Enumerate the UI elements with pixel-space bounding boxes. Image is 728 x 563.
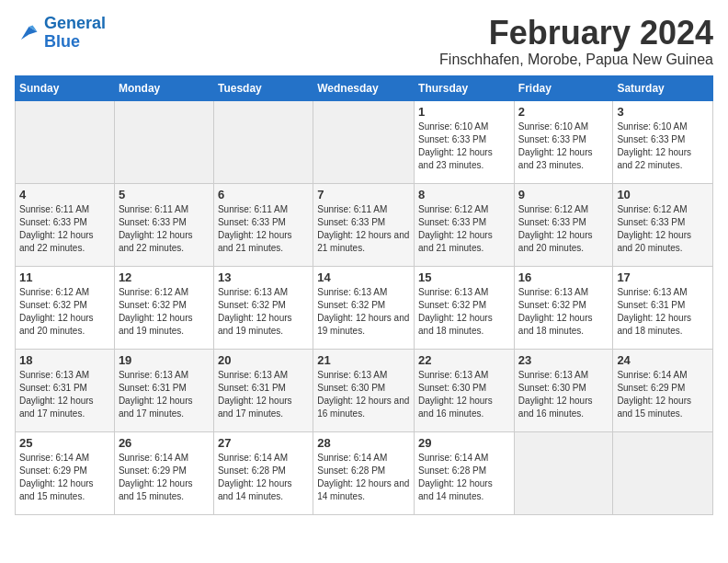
- table-row: 23Sunrise: 6:13 AMSunset: 6:30 PMDayligh…: [514, 349, 613, 431]
- location-title: Finschhafen, Morobe, Papua New Guinea: [439, 52, 713, 68]
- day-number: 5: [119, 188, 210, 201]
- table-row: 9Sunrise: 6:12 AMSunset: 6:33 PMDaylight…: [514, 183, 613, 266]
- day-info: Sunrise: 6:11 AMSunset: 6:33 PMDaylight:…: [119, 203, 210, 255]
- day-number: 18: [19, 353, 110, 367]
- table-row: 2Sunrise: 6:10 AMSunset: 6:33 PMDaylight…: [514, 100, 613, 183]
- day-number: 15: [418, 270, 510, 284]
- day-info: Sunrise: 6:11 AMSunset: 6:33 PMDaylight:…: [19, 203, 110, 255]
- table-row: 20Sunrise: 6:13 AMSunset: 6:31 PMDayligh…: [213, 349, 313, 431]
- day-info: Sunrise: 6:14 AMSunset: 6:28 PMDaylight:…: [418, 452, 510, 503]
- table-row: 7Sunrise: 6:11 AMSunset: 6:33 PMDaylight…: [313, 183, 415, 266]
- day-info: Sunrise: 6:10 AMSunset: 6:33 PMDaylight:…: [518, 121, 609, 172]
- day-number: 22: [418, 353, 510, 367]
- logo-bird-icon: [15, 20, 40, 46]
- table-row: 1Sunrise: 6:10 AMSunset: 6:33 PMDaylight…: [415, 100, 515, 183]
- day-number: 12: [119, 270, 210, 284]
- day-info: Sunrise: 6:14 AMSunset: 6:28 PMDaylight:…: [218, 452, 309, 503]
- day-number: 2: [518, 105, 609, 119]
- calendar-week-5: 25Sunrise: 6:14 AMSunset: 6:29 PMDayligh…: [16, 431, 713, 514]
- day-number: 1: [418, 105, 510, 119]
- calendar-header: Sunday Monday Tuesday Wednesday Thursday…: [16, 75, 713, 100]
- table-row: [114, 100, 213, 183]
- col-monday: Monday: [114, 75, 213, 100]
- day-info: Sunrise: 6:12 AMSunset: 6:33 PMDaylight:…: [418, 203, 510, 255]
- day-info: Sunrise: 6:14 AMSunset: 6:29 PMDaylight:…: [617, 369, 709, 420]
- table-row: 25Sunrise: 6:14 AMSunset: 6:29 PMDayligh…: [16, 431, 115, 514]
- day-info: Sunrise: 6:14 AMSunset: 6:29 PMDaylight:…: [19, 452, 110, 503]
- col-thursday: Thursday: [415, 75, 515, 100]
- day-number: 14: [317, 270, 410, 284]
- day-info: Sunrise: 6:13 AMSunset: 6:30 PMDaylight:…: [518, 369, 609, 420]
- day-number: 21: [317, 353, 410, 367]
- day-info: Sunrise: 6:12 AMSunset: 6:33 PMDaylight:…: [617, 203, 709, 255]
- table-row: 17Sunrise: 6:13 AMSunset: 6:31 PMDayligh…: [613, 266, 713, 349]
- logo-line1: General: [44, 14, 106, 32]
- day-number: 11: [19, 270, 110, 284]
- table-row: 10Sunrise: 6:12 AMSunset: 6:33 PMDayligh…: [613, 183, 713, 266]
- table-row: 24Sunrise: 6:14 AMSunset: 6:29 PMDayligh…: [613, 349, 713, 431]
- logo-text: General Blue: [44, 15, 106, 52]
- table-row: 26Sunrise: 6:14 AMSunset: 6:29 PMDayligh…: [114, 431, 213, 514]
- table-row: 13Sunrise: 6:13 AMSunset: 6:32 PMDayligh…: [213, 266, 313, 349]
- day-number: 27: [218, 436, 309, 450]
- table-row: [514, 431, 613, 514]
- table-row: 18Sunrise: 6:13 AMSunset: 6:31 PMDayligh…: [16, 349, 115, 431]
- logo-line2: Blue: [44, 32, 80, 51]
- logo: General Blue: [15, 15, 106, 52]
- day-number: 6: [218, 188, 309, 201]
- table-row: 6Sunrise: 6:11 AMSunset: 6:33 PMDaylight…: [213, 183, 313, 266]
- day-info: Sunrise: 6:10 AMSunset: 6:33 PMDaylight:…: [418, 121, 510, 172]
- day-number: 7: [317, 188, 410, 201]
- table-row: [313, 100, 415, 183]
- day-info: Sunrise: 6:13 AMSunset: 6:32 PMDaylight:…: [518, 286, 609, 338]
- day-number: 19: [119, 353, 210, 367]
- day-number: 24: [617, 353, 709, 367]
- col-tuesday: Tuesday: [213, 75, 313, 100]
- calendar-week-1: 1Sunrise: 6:10 AMSunset: 6:33 PMDaylight…: [16, 100, 713, 183]
- table-row: [213, 100, 313, 183]
- table-row: 5Sunrise: 6:11 AMSunset: 6:33 PMDaylight…: [114, 183, 213, 266]
- day-info: Sunrise: 6:13 AMSunset: 6:31 PMDaylight:…: [19, 369, 110, 420]
- day-info: Sunrise: 6:11 AMSunset: 6:33 PMDaylight:…: [317, 203, 410, 255]
- col-wednesday: Wednesday: [313, 75, 415, 100]
- day-info: Sunrise: 6:12 AMSunset: 6:32 PMDaylight:…: [19, 286, 110, 338]
- day-info: Sunrise: 6:12 AMSunset: 6:32 PMDaylight:…: [119, 286, 210, 338]
- day-info: Sunrise: 6:11 AMSunset: 6:33 PMDaylight:…: [218, 203, 309, 255]
- header: General Blue February 2024 Finschhafen, …: [15, 15, 713, 68]
- day-number: 8: [418, 188, 510, 201]
- table-row: 21Sunrise: 6:13 AMSunset: 6:30 PMDayligh…: [313, 349, 415, 431]
- table-row: 12Sunrise: 6:12 AMSunset: 6:32 PMDayligh…: [114, 266, 213, 349]
- table-row: 8Sunrise: 6:12 AMSunset: 6:33 PMDaylight…: [415, 183, 515, 266]
- day-number: 20: [218, 353, 309, 367]
- col-saturday: Saturday: [613, 75, 713, 100]
- day-info: Sunrise: 6:13 AMSunset: 6:32 PMDaylight:…: [317, 286, 410, 338]
- calendar-week-4: 18Sunrise: 6:13 AMSunset: 6:31 PMDayligh…: [16, 349, 713, 431]
- day-info: Sunrise: 6:13 AMSunset: 6:32 PMDaylight:…: [218, 286, 309, 338]
- day-number: 26: [119, 436, 210, 450]
- calendar-body: 1Sunrise: 6:10 AMSunset: 6:33 PMDaylight…: [16, 100, 713, 514]
- day-number: 29: [418, 436, 510, 450]
- table-row: 3Sunrise: 6:10 AMSunset: 6:33 PMDaylight…: [613, 100, 713, 183]
- col-friday: Friday: [514, 75, 613, 100]
- day-info: Sunrise: 6:13 AMSunset: 6:32 PMDaylight:…: [418, 286, 510, 338]
- table-row: 11Sunrise: 6:12 AMSunset: 6:32 PMDayligh…: [16, 266, 115, 349]
- day-info: Sunrise: 6:13 AMSunset: 6:31 PMDaylight:…: [119, 369, 210, 420]
- table-row: 16Sunrise: 6:13 AMSunset: 6:32 PMDayligh…: [514, 266, 613, 349]
- day-number: 23: [518, 353, 609, 367]
- table-row: 15Sunrise: 6:13 AMSunset: 6:32 PMDayligh…: [415, 266, 515, 349]
- day-info: Sunrise: 6:14 AMSunset: 6:29 PMDaylight:…: [119, 452, 210, 503]
- table-row: [613, 431, 713, 514]
- day-number: 25: [19, 436, 110, 450]
- day-number: 28: [317, 436, 410, 450]
- table-row: 14Sunrise: 6:13 AMSunset: 6:32 PMDayligh…: [313, 266, 415, 349]
- day-number: 16: [518, 270, 609, 284]
- day-info: Sunrise: 6:13 AMSunset: 6:31 PMDaylight:…: [218, 369, 309, 420]
- day-number: 17: [617, 270, 709, 284]
- day-info: Sunrise: 6:13 AMSunset: 6:31 PMDaylight:…: [617, 286, 709, 338]
- table-row: 28Sunrise: 6:14 AMSunset: 6:28 PMDayligh…: [313, 431, 415, 514]
- header-row: Sunday Monday Tuesday Wednesday Thursday…: [16, 75, 713, 100]
- table-row: 29Sunrise: 6:14 AMSunset: 6:28 PMDayligh…: [415, 431, 515, 514]
- day-number: 9: [518, 188, 609, 201]
- day-number: 13: [218, 270, 309, 284]
- table-row: [16, 100, 115, 183]
